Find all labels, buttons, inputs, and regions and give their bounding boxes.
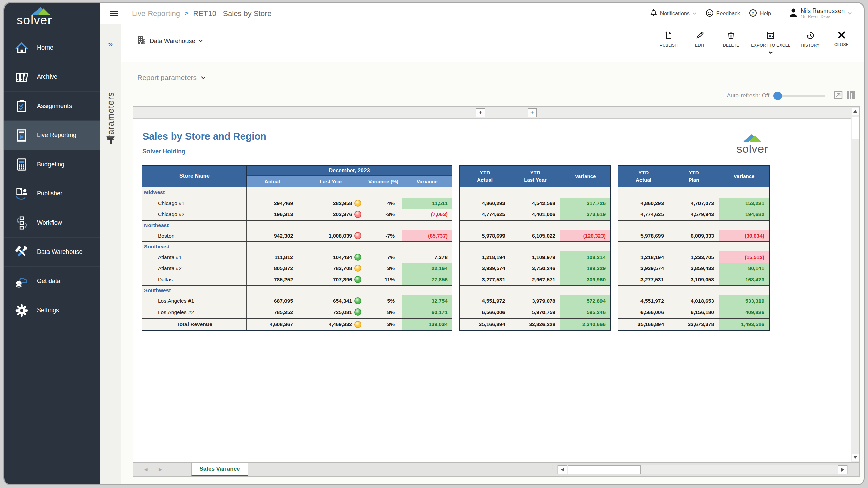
sidebar-item-workflow[interactable]: Workflow: [4, 208, 100, 237]
table-row: Northeast: [142, 220, 452, 230]
sidebar-item-budgeting[interactable]: Budgeting: [4, 150, 100, 179]
sidebar-item-data-warehouse[interactable]: Data Warehouse: [4, 237, 100, 266]
menu-hamburger-icon[interactable]: [110, 9, 118, 18]
december-subheaders: ActualLast YearVariance (%)Variance: [247, 176, 452, 187]
table-row: Boston942,3021,008,039-7%(65,737): [142, 230, 452, 241]
cell-empty: [510, 286, 560, 295]
splitter-handle[interactable]: ⋮: [551, 466, 555, 468]
auto-refresh-slider[interactable]: [774, 95, 825, 97]
cell-empty: [669, 286, 719, 295]
parameters-label[interactable]: Parameters: [105, 92, 116, 141]
cell-dec-actual: 805,872: [247, 263, 298, 274]
sidebar-item-live-reporting[interactable]: Live Reporting: [4, 120, 100, 150]
cell-dec-variance: 32,754: [402, 295, 452, 306]
cell-empty: [402, 187, 452, 198]
history-button[interactable]: HISTORY: [797, 30, 824, 57]
cell-dec-variance-pct: 3%: [364, 319, 402, 330]
help-label: Help: [760, 11, 771, 17]
column-header-ytd-actual: YTDActual: [618, 166, 669, 187]
cell-ytd-last-year: 6,105,022: [510, 230, 560, 241]
cell-ytd-variance: 595,246: [560, 306, 610, 318]
sales-table: Store NameDecember, 2023ActualLast YearV…: [142, 165, 770, 331]
sidebar-item-get-data[interactable]: Get data: [4, 266, 100, 296]
expand-group-button-1[interactable]: +: [476, 108, 485, 117]
horizontal-scroll-thumb[interactable]: [568, 465, 641, 474]
scroll-left-button[interactable]: [558, 465, 567, 474]
cell-dec-actual: 942,302: [247, 230, 298, 241]
cell-empty: [247, 221, 298, 230]
sidebar-logo[interactable]: solver: [4, 3, 100, 33]
table-row: 5,978,6996,009,333(30,634): [618, 230, 769, 241]
table-row: 6,566,0065,970,759595,246: [460, 306, 610, 318]
assignments-icon: [14, 98, 29, 114]
app-window: solver HomeArchiveAssignmentsLive Report…: [3, 2, 865, 485]
store-name-cell: Los Angeles #2: [142, 306, 247, 318]
scroll-right-button[interactable]: [838, 465, 847, 474]
cell-empty: [618, 286, 669, 295]
vertical-scrollbar[interactable]: [851, 107, 859, 462]
cell-empty: [298, 242, 364, 251]
cell-ytd-plan-variance: (30,634): [719, 230, 769, 241]
popout-icon[interactable]: [834, 91, 843, 101]
cell-ytd-actual: 35,166,894: [460, 319, 510, 330]
scroll-down-button[interactable]: [852, 454, 859, 461]
sidebar-item-publisher[interactable]: Publisher: [4, 179, 100, 208]
auto-refresh-knob[interactable]: [773, 92, 782, 100]
cell-empty: [618, 187, 669, 198]
scroll-up-button[interactable]: [852, 108, 859, 115]
cell-ytd-last-year: 3,979,078: [510, 295, 560, 306]
sheet-tab-sales-variance[interactable]: Sales Variance: [191, 463, 248, 476]
sheet-prev-icon[interactable]: ◄: [143, 466, 149, 473]
expand-group-button-2[interactable]: +: [528, 108, 537, 117]
table-row: [618, 187, 769, 198]
export-to-excel-button[interactable]: XEXPORT TO EXCEL: [749, 30, 792, 57]
edit-button[interactable]: EDIT: [687, 30, 713, 57]
sidebar: solver HomeArchiveAssignmentsLive Report…: [4, 3, 100, 484]
parameters-expand-icon[interactable]: »: [100, 40, 121, 49]
horizontal-scroll-track[interactable]: [641, 465, 838, 474]
column-header-variance: Variance: [719, 166, 769, 187]
delete-button[interactable]: DELETE: [718, 30, 744, 57]
region-label: Midwest: [142, 187, 247, 198]
excel-icon: X: [766, 31, 775, 41]
sidebar-item-label: Publisher: [37, 190, 62, 197]
december-header-group: December, 2023ActualLast YearVariance (%…: [247, 166, 452, 187]
notifications-button[interactable]: Notifications: [650, 9, 697, 18]
data-source-selector[interactable]: Data Warehouse: [137, 36, 203, 46]
cell-ytd-plan-variance: 1,493,516: [719, 319, 769, 330]
table-view-icon[interactable]: [847, 91, 856, 101]
cell-empty: [560, 242, 610, 251]
indicator-green-icon: [354, 308, 361, 316]
live-reporting-icon: [14, 128, 29, 143]
vertical-scroll-thumb[interactable]: [852, 117, 859, 139]
sidebar-item-archive[interactable]: Archive: [4, 62, 100, 91]
column-header-variance-%-: Variance (%): [364, 176, 402, 187]
close-button[interactable]: CLOSE: [828, 30, 855, 57]
cell-dec-variance-pct: -3%: [364, 209, 402, 220]
sheet-next-icon[interactable]: ►: [158, 466, 163, 473]
cell-empty: [460, 187, 510, 198]
help-button[interactable]: ? Help: [749, 9, 771, 18]
cell-dec-last-year: 783,708: [298, 263, 364, 274]
user-menu[interactable]: Nils Rasmussen 15. Retail Demo: [789, 7, 852, 19]
breadcrumb-live-reporting[interactable]: Live Reporting: [132, 9, 180, 18]
breadcrumb-report-name: RET10 - Sales by Store: [193, 9, 271, 18]
filter-funnel-icon[interactable]: [106, 136, 115, 146]
report-parameters-toggle[interactable]: Report parameters: [137, 74, 206, 82]
cell-empty: [247, 242, 298, 251]
cell-dec-variance-pct: 3%: [364, 263, 402, 274]
sidebar-item-settings[interactable]: Settings: [4, 296, 100, 325]
cell-dec-variance-pct: -7%: [364, 230, 402, 241]
store-name-cell: Atlanta #2: [142, 263, 247, 274]
publish-button[interactable]: PUBLISH: [655, 30, 682, 57]
header-line1: Variance: [734, 173, 755, 180]
feedback-button[interactable]: Feedback: [706, 9, 740, 18]
sidebar-item-label: Archive: [37, 73, 57, 80]
horizontal-scrollbar[interactable]: [557, 465, 848, 474]
data-warehouse-icon: [14, 244, 29, 260]
cell-dec-actual: 111,812: [247, 251, 298, 263]
sidebar-item-home[interactable]: Home: [4, 33, 100, 62]
sidebar-item-assignments[interactable]: Assignments: [4, 91, 100, 120]
table-row: Chicago #2196,313203,376-3%(7,063): [142, 209, 452, 220]
smiley-icon: [706, 9, 714, 18]
